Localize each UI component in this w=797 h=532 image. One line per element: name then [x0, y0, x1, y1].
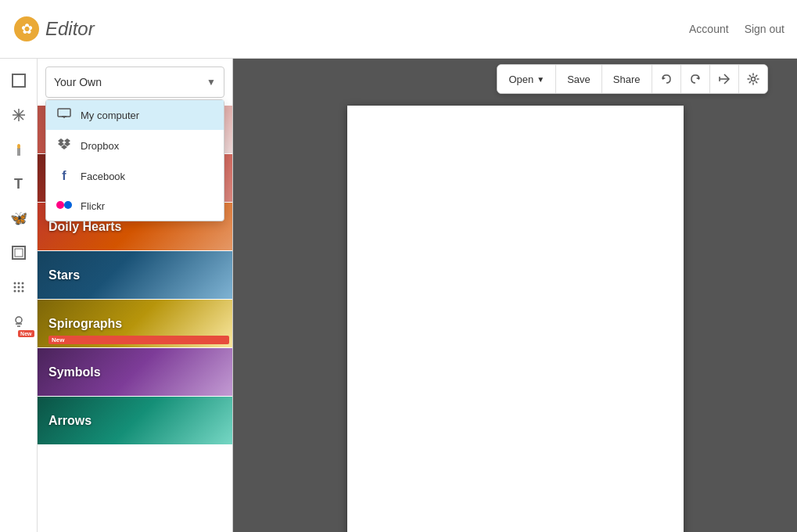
- dropdown-item-label: Flickr: [81, 200, 105, 212]
- svg-point-18: [17, 290, 20, 293]
- candle-tool-btn[interactable]: [5, 135, 33, 164]
- svg-marker-34: [696, 77, 699, 80]
- logo-text: Editor: [45, 18, 95, 40]
- text-tool-btn[interactable]: T: [5, 170, 33, 198]
- butterfly-tool-btn[interactable]: 🦋: [5, 204, 33, 232]
- toolbar-group: Open ▼ Save Share: [497, 64, 767, 94]
- logo-area: ✿ Editor: [13, 15, 95, 43]
- svg-point-13: [21, 282, 23, 285]
- category-label: Arrows: [38, 414, 92, 428]
- dropdown-item-label: Dropbox: [81, 140, 119, 152]
- dropdown-item-mycomputer[interactable]: My computer: [46, 100, 224, 130]
- pattern-tool-btn[interactable]: [5, 273, 33, 301]
- dropdown-menu: My computer Dropbox f Facebook: [45, 99, 224, 221]
- facebook-icon: f: [56, 169, 73, 183]
- chevron-down-icon: ▼: [206, 77, 216, 88]
- svg-text:✿: ✿: [21, 21, 33, 37]
- monitor-icon: [56, 108, 73, 122]
- flickr-icon: [56, 199, 73, 213]
- svg-point-11: [13, 282, 16, 285]
- crop-tool-btn[interactable]: [5, 66, 33, 95]
- dropdown-item-label: Facebook: [81, 171, 125, 182]
- svg-rect-23: [58, 109, 70, 117]
- svg-point-20: [16, 317, 22, 323]
- category-label: Spirographs: [38, 317, 122, 331]
- svg-point-8: [17, 144, 20, 149]
- redo-button[interactable]: [681, 65, 710, 93]
- open-dropdown-icon: ▼: [537, 75, 544, 84]
- main-area: T 🦋 New: [0, 59, 797, 532]
- category-label: Stars: [38, 268, 80, 282]
- dropbox-icon: [56, 138, 73, 153]
- svg-point-35: [751, 77, 755, 81]
- dropdown-selected-label: Your Own: [54, 76, 102, 88]
- svg-marker-33: [662, 77, 666, 80]
- category-item-arrows[interactable]: Arrows: [38, 397, 232, 445]
- dropdown-container: Your Own ▼ My computer Dropbox: [38, 59, 232, 106]
- signout-link[interactable]: Sign out: [745, 23, 784, 35]
- dropdown-item-facebook[interactable]: f Facebook: [46, 161, 224, 191]
- category-item-stars[interactable]: Stars: [38, 251, 232, 300]
- svg-rect-10: [15, 249, 23, 257]
- account-link[interactable]: Account: [689, 23, 729, 35]
- svg-point-14: [13, 286, 16, 289]
- category-item-symbols[interactable]: Symbols: [38, 348, 232, 397]
- svg-rect-7: [17, 148, 20, 156]
- category-item-spirographs[interactable]: Spirographs New: [38, 300, 232, 348]
- transform-button[interactable]: [710, 65, 739, 93]
- settings-button[interactable]: [739, 65, 767, 93]
- topbar-nav: Account Sign out: [689, 23, 784, 35]
- svg-point-19: [21, 290, 23, 293]
- left-panel: Your Own ▼ My computer Dropbox: [38, 59, 233, 532]
- svg-point-12: [17, 282, 20, 285]
- svg-point-16: [21, 286, 23, 289]
- source-dropdown[interactable]: Your Own ▼: [45, 66, 224, 98]
- svg-rect-9: [13, 246, 25, 259]
- category-label: Doily Hearts: [38, 220, 121, 234]
- canvas-area: Open ▼ Save Share: [233, 59, 797, 532]
- share-button[interactable]: Share: [602, 65, 652, 93]
- icon-toolbar: T 🦋 New: [0, 59, 38, 532]
- new-badge: New: [18, 330, 34, 337]
- undo-button[interactable]: [652, 65, 681, 93]
- topbar: ✿ Editor Account Sign out: [0, 0, 797, 59]
- dropdown-item-flickr[interactable]: Flickr: [46, 191, 224, 221]
- svg-rect-2: [13, 74, 25, 87]
- save-button[interactable]: Save: [556, 65, 602, 93]
- canvas-toolbar: Open ▼ Save Share: [468, 59, 797, 99]
- category-label: Symbols: [38, 365, 101, 379]
- dropdown-item-dropbox[interactable]: Dropbox: [46, 130, 224, 161]
- effects-tool-btn[interactable]: [5, 101, 33, 129]
- open-button[interactable]: Open ▼: [497, 65, 556, 93]
- svg-point-17: [13, 290, 16, 293]
- svg-point-32: [64, 201, 72, 209]
- new-tool-btn[interactable]: New: [5, 307, 33, 336]
- logo-icon: ✿: [13, 15, 41, 43]
- svg-point-31: [56, 201, 64, 209]
- dropdown-item-label: My computer: [81, 110, 139, 121]
- canvas-frame: [347, 106, 684, 532]
- svg-point-15: [17, 286, 20, 289]
- frame-tool-btn[interactable]: [5, 239, 33, 267]
- open-label: Open: [508, 74, 533, 85]
- new-category-badge: New: [48, 336, 229, 344]
